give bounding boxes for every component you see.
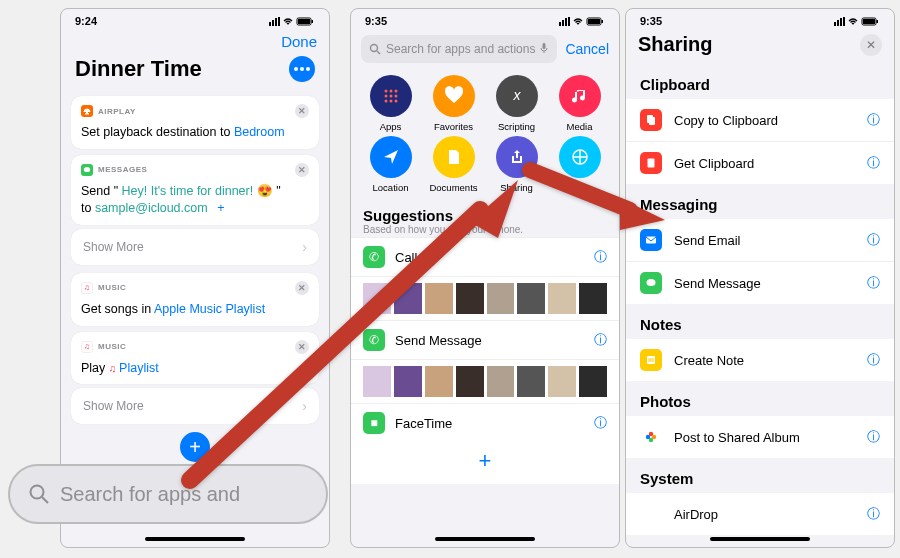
svg-text:x: x bbox=[512, 87, 521, 103]
status-time: 9:35 bbox=[640, 15, 662, 27]
arrow-annotation-1 bbox=[150, 180, 530, 514]
svg-rect-1 bbox=[272, 20, 274, 26]
svg-point-26 bbox=[394, 100, 397, 103]
info-button[interactable]: ⓘ bbox=[867, 274, 880, 292]
svg-rect-32 bbox=[837, 20, 839, 26]
documents-icon bbox=[433, 136, 475, 178]
phone-sharing-list: 9:35 Sharing ✕ ClipboardCopy to Clipboar… bbox=[625, 8, 895, 548]
card-app-label: MUSIC bbox=[98, 283, 126, 292]
card-header: MESSAGES ✕ bbox=[81, 163, 309, 177]
remove-action-button[interactable]: ✕ bbox=[295, 104, 309, 118]
section-items: Create Noteⓘ bbox=[626, 339, 894, 381]
action-icon bbox=[640, 349, 662, 371]
status-bar: 9:35 bbox=[351, 9, 619, 29]
svg-point-21 bbox=[384, 95, 387, 98]
more-button[interactable] bbox=[289, 56, 315, 82]
svg-point-20 bbox=[394, 90, 397, 93]
title-row: Dinner Time bbox=[61, 50, 329, 90]
svg-marker-53 bbox=[620, 198, 665, 230]
info-button[interactable]: ⓘ bbox=[867, 351, 880, 369]
location-icon bbox=[370, 136, 412, 178]
action-post-to-shared-album[interactable]: Post to Shared Albumⓘ bbox=[626, 416, 894, 458]
airplay-destination[interactable]: Bedroom bbox=[234, 125, 285, 139]
category-apps[interactable]: Apps bbox=[359, 75, 422, 132]
search-input[interactable]: Search for apps and actions bbox=[361, 35, 557, 63]
search-nav: Search for apps and actions Cancel bbox=[351, 29, 619, 71]
search-icon bbox=[28, 483, 50, 505]
sheet-title: Sharing bbox=[638, 33, 712, 56]
info-button[interactable]: ⓘ bbox=[594, 414, 607, 432]
info-button[interactable]: ⓘ bbox=[867, 111, 880, 129]
section-header-notes: Notes bbox=[626, 304, 894, 339]
svg-rect-9 bbox=[562, 20, 564, 26]
info-button[interactable]: ⓘ bbox=[867, 154, 880, 172]
svg-point-15 bbox=[371, 45, 378, 52]
search-icon bbox=[369, 43, 381, 55]
info-button[interactable]: ⓘ bbox=[867, 505, 880, 523]
category-label: Media bbox=[567, 121, 593, 132]
remove-action-button[interactable]: ✕ bbox=[295, 163, 309, 177]
scripting-icon: x bbox=[496, 75, 538, 117]
action-airplay[interactable]: AIRPLAY ✕ Set playback destination to Be… bbox=[71, 96, 319, 149]
action-icon bbox=[640, 503, 662, 525]
action-icon bbox=[640, 426, 662, 448]
svg-point-50 bbox=[31, 486, 44, 499]
cancel-button[interactable]: Cancel bbox=[565, 41, 609, 57]
section-items: Post to Shared Albumⓘ bbox=[626, 416, 894, 458]
airplay-icon bbox=[81, 105, 93, 117]
status-icons bbox=[559, 15, 605, 27]
action-text: Get songs in bbox=[81, 302, 154, 316]
action-icon bbox=[640, 272, 662, 294]
svg-rect-39 bbox=[649, 117, 655, 125]
svg-rect-41 bbox=[646, 237, 656, 244]
category-favorites[interactable]: Favorites bbox=[422, 75, 485, 132]
mic-icon[interactable] bbox=[539, 42, 549, 57]
home-indicator bbox=[145, 537, 245, 541]
info-button[interactable]: ⓘ bbox=[594, 331, 607, 349]
svg-point-7 bbox=[84, 167, 90, 172]
info-button[interactable]: ⓘ bbox=[594, 248, 607, 266]
sheet-header: Sharing ✕ bbox=[626, 29, 894, 64]
action-create-note[interactable]: Create Noteⓘ bbox=[626, 339, 894, 381]
status-icons bbox=[269, 15, 315, 27]
action-label: AirDrop bbox=[674, 507, 718, 522]
category-media[interactable]: Media bbox=[548, 75, 611, 132]
home-indicator bbox=[710, 537, 810, 541]
action-send-message[interactable]: Send Messageⓘ bbox=[626, 261, 894, 304]
svg-point-23 bbox=[394, 95, 397, 98]
svg-point-25 bbox=[389, 100, 392, 103]
messages-icon bbox=[81, 164, 93, 176]
svg-point-22 bbox=[389, 95, 392, 98]
info-button[interactable]: ⓘ bbox=[867, 428, 880, 446]
category-label: Scripting bbox=[498, 121, 535, 132]
svg-point-49 bbox=[646, 435, 650, 439]
action-text: to bbox=[81, 201, 95, 215]
svg-rect-33 bbox=[840, 18, 842, 26]
svg-point-42 bbox=[647, 279, 656, 286]
close-button[interactable]: ✕ bbox=[860, 34, 882, 56]
svg-rect-11 bbox=[568, 17, 570, 26]
card-app-label: MUSIC bbox=[98, 342, 126, 351]
action-copy-to-clipboard[interactable]: Copy to Clipboardⓘ bbox=[626, 99, 894, 141]
svg-rect-10 bbox=[565, 18, 567, 26]
status-icons bbox=[834, 15, 880, 27]
apps-icon bbox=[370, 75, 412, 117]
nav-bar: Done bbox=[61, 29, 329, 50]
svg-point-18 bbox=[384, 90, 387, 93]
card-body: Set playback destination to Bedroom bbox=[81, 124, 309, 141]
show-more-label: Show More bbox=[83, 240, 144, 254]
done-button[interactable]: Done bbox=[281, 33, 317, 50]
status-time: 9:35 bbox=[365, 15, 387, 27]
action-airdrop[interactable]: AirDropⓘ bbox=[626, 493, 894, 535]
category-scripting[interactable]: xScripting bbox=[485, 75, 548, 132]
status-time: 9:24 bbox=[75, 15, 97, 27]
svg-rect-6 bbox=[312, 20, 314, 23]
status-bar: 9:24 bbox=[61, 9, 329, 29]
svg-rect-0 bbox=[269, 22, 271, 26]
action-label: Create Note bbox=[674, 353, 744, 368]
action-icon bbox=[640, 109, 662, 131]
category-label: Favorites bbox=[434, 121, 473, 132]
info-button[interactable]: ⓘ bbox=[867, 231, 880, 249]
music-icon: ♫ bbox=[81, 282, 93, 294]
section-items: AirDropⓘ bbox=[626, 493, 894, 535]
